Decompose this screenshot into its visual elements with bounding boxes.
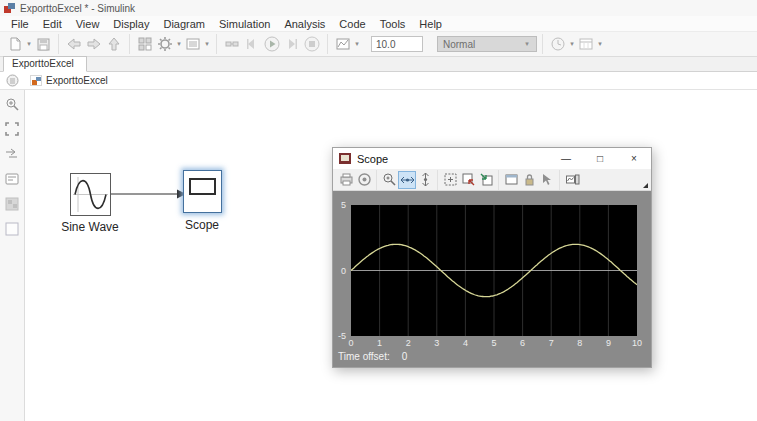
settings-list-icon (185, 36, 201, 52)
forward-arrow-icon (86, 36, 102, 52)
blank-square-button[interactable] (4, 221, 20, 237)
update-diagram-button[interactable] (222, 34, 242, 54)
scope-plot-frame: 50-5 012345678910 Time offset:0 (333, 191, 651, 367)
autoscale-button[interactable] (441, 171, 459, 189)
zoom-x-button[interactable] (398, 171, 416, 189)
parameters-icon (357, 172, 372, 187)
legend-button[interactable] (4, 171, 20, 187)
print-icon (339, 172, 354, 187)
toolbar-separator (327, 34, 328, 54)
simulation-data-inspector-button[interactable] (333, 34, 353, 54)
tab-exporttoexcel[interactable]: ExporttoExcel (3, 56, 87, 72)
model-configuration-button[interactable] (155, 34, 175, 54)
maximize-button[interactable]: □ (583, 148, 617, 169)
scope-window-icon (339, 153, 351, 164)
navigate-back-button[interactable] (64, 34, 84, 54)
code-perspective-button[interactable] (548, 34, 568, 54)
print-button[interactable] (337, 171, 355, 189)
hide-explorer-button[interactable] (5, 73, 21, 89)
save-axes-settings-button[interactable] (459, 171, 477, 189)
new-model-caret-icon[interactable]: ▾ (25, 40, 33, 48)
run-button[interactable] (262, 34, 282, 54)
model-configuration-caret-icon[interactable]: ▾ (175, 40, 183, 48)
data-inspector-icon (335, 36, 351, 52)
model-settings-button[interactable] (183, 34, 203, 54)
signal-arrows-button[interactable] (4, 146, 20, 162)
zoom-button[interactable] (380, 171, 398, 189)
menu-analysis[interactable]: Analysis (277, 18, 332, 30)
save-axes-icon (461, 172, 476, 187)
step-back-button[interactable] (242, 34, 262, 54)
sine-wave-block[interactable] (70, 173, 111, 216)
scope-viewer-button[interactable] (563, 171, 581, 189)
model-settings-caret-icon[interactable]: ▾ (203, 40, 211, 48)
x-tick-label: 1 (377, 338, 382, 348)
close-button[interactable]: × (617, 148, 651, 169)
signal-line[interactable] (111, 188, 187, 200)
zoom-y-icon (418, 172, 433, 187)
new-model-icon (7, 36, 23, 52)
toolbar-overflow-icon[interactable] (643, 183, 648, 188)
save-button[interactable] (33, 34, 53, 54)
floating-scope-button[interactable] (502, 171, 520, 189)
x-tick-label: 0 (348, 338, 353, 348)
schedule-editor-button[interactable] (576, 34, 596, 54)
scope-toolbar (333, 169, 651, 191)
scope-window-titlebar[interactable]: Scope — □ × (333, 148, 651, 169)
data-inspector-caret-icon[interactable]: ▾ (353, 40, 361, 48)
scope-window[interactable]: Scope — □ × (332, 147, 652, 368)
scope-block-label[interactable]: Scope (185, 218, 219, 232)
new-model-button[interactable] (5, 34, 25, 54)
navigate-forward-button[interactable] (84, 34, 104, 54)
scope-yaxis-labels: 50-5 (333, 191, 349, 367)
toolbar-separator (129, 34, 130, 54)
x-tick-label: 4 (463, 338, 468, 348)
simulation-mode-caret-icon: ▾ (523, 40, 531, 48)
scope-block[interactable] (183, 170, 222, 213)
simulation-mode-select[interactable]: Normal ▾ (437, 36, 537, 52)
stop-button[interactable] (302, 34, 322, 54)
x-tick-label: 5 (491, 338, 496, 348)
fit-to-view-button[interactable] (4, 121, 20, 137)
menu-display[interactable]: Display (106, 18, 156, 30)
lock-axes-button[interactable] (520, 171, 538, 189)
signal-selection-icon (540, 172, 555, 187)
toolbar-separator (559, 170, 560, 190)
blank-square-icon (5, 222, 19, 236)
y-tick-label: 0 (341, 266, 346, 276)
sine-wave-block-label[interactable]: Sine Wave (61, 220, 119, 234)
breadcrumb: ExporttoExcel (0, 72, 757, 90)
navigate-up-button[interactable] (104, 34, 124, 54)
model-browser-button[interactable] (4, 196, 20, 212)
model-icon (30, 75, 42, 86)
menu-code[interactable]: Code (332, 18, 372, 30)
schedule-editor-caret-icon[interactable]: ▾ (596, 40, 604, 48)
library-browser-button[interactable] (135, 34, 155, 54)
menu-tools[interactable]: Tools (373, 18, 413, 30)
zoom-y-button[interactable] (416, 171, 434, 189)
signal-arrows-icon (5, 147, 19, 161)
zoom-plus-icon (382, 172, 397, 187)
parameters-button[interactable] (355, 171, 373, 189)
zoom-tool-button[interactable] (4, 96, 20, 112)
main-toolbar: ▾ ▾ ▾ ▾ Normal ▾ (0, 31, 757, 57)
menu-view[interactable]: View (69, 18, 107, 30)
menu-simulation[interactable]: Simulation (212, 18, 277, 30)
breadcrumb-model-chip[interactable]: ExporttoExcel (30, 75, 108, 86)
y-tick-label: -5 (338, 331, 346, 341)
explorer-toggle-icon (6, 74, 19, 87)
menu-help[interactable]: Help (412, 18, 449, 30)
scope-plot-svg[interactable] (351, 205, 637, 336)
restore-axes-settings-button[interactable] (477, 171, 495, 189)
code-perspective-caret-icon[interactable]: ▾ (568, 40, 576, 48)
stop-time-input[interactable] (371, 36, 423, 52)
x-tick-label: 6 (520, 338, 525, 348)
menu-file[interactable]: File (4, 18, 36, 30)
menu-diagram[interactable]: Diagram (156, 18, 212, 30)
x-tick-label: 2 (406, 338, 411, 348)
minimize-button[interactable]: — (549, 148, 583, 169)
back-arrow-icon (66, 36, 82, 52)
signal-selection-button[interactable] (538, 171, 556, 189)
step-forward-button[interactable] (282, 34, 302, 54)
menu-edit[interactable]: Edit (36, 18, 69, 30)
